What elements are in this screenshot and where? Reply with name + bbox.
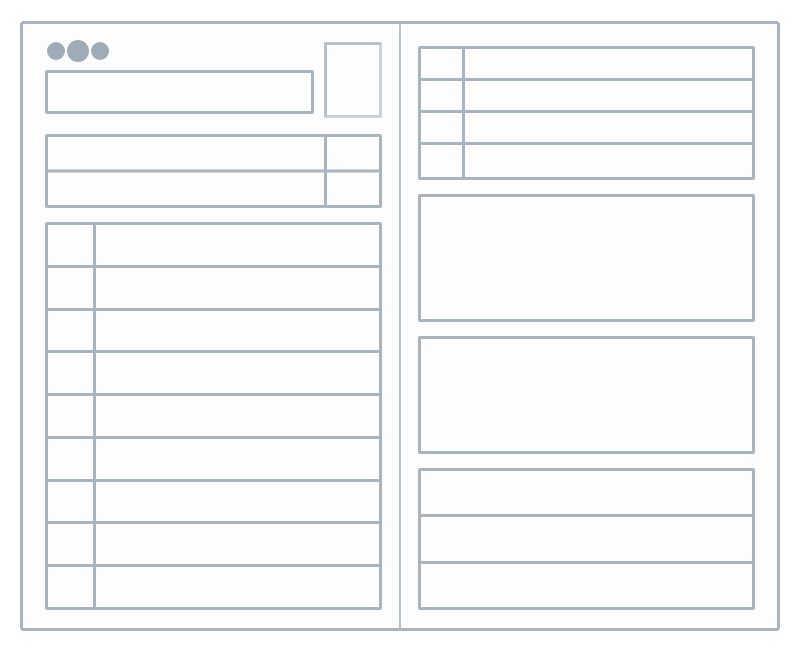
table-row xyxy=(421,564,752,607)
table-row xyxy=(421,471,752,517)
page-spine xyxy=(399,24,401,628)
table-row xyxy=(48,524,379,567)
header-row xyxy=(45,42,382,120)
table-cell xyxy=(48,396,96,436)
table-cell xyxy=(421,81,465,110)
table-cell xyxy=(96,268,379,308)
table-row xyxy=(421,517,752,563)
table-cell xyxy=(96,567,379,607)
table-row xyxy=(421,113,752,145)
table-cell xyxy=(48,567,96,607)
title-glyph xyxy=(91,42,109,60)
table-row xyxy=(48,225,379,268)
table-cell xyxy=(421,145,465,177)
table-row xyxy=(421,81,752,113)
requests-table xyxy=(418,468,755,610)
table-cell xyxy=(48,353,96,393)
title-glyph xyxy=(47,42,65,60)
appeal-block xyxy=(418,336,755,454)
table-row xyxy=(48,311,379,354)
table-cell xyxy=(96,482,379,522)
history-table xyxy=(45,222,382,610)
table-cell xyxy=(96,353,379,393)
table-row xyxy=(48,396,379,439)
motivation-block xyxy=(418,194,755,322)
table-cell xyxy=(96,225,379,265)
right-page xyxy=(400,24,777,628)
table-row xyxy=(421,145,752,177)
table-cell xyxy=(48,268,96,308)
title-area xyxy=(45,42,324,114)
personal-info-block xyxy=(45,134,382,208)
table-cell xyxy=(96,311,379,351)
qualifications-table xyxy=(418,46,755,180)
table-cell xyxy=(48,482,96,522)
title-glyph xyxy=(67,40,89,62)
table-cell xyxy=(48,439,96,479)
table-cell xyxy=(421,113,465,142)
table-cell xyxy=(96,396,379,436)
table-row xyxy=(48,268,379,311)
table-row xyxy=(421,49,752,81)
table-cell xyxy=(48,311,96,351)
table-row xyxy=(48,567,379,607)
table-row xyxy=(48,439,379,482)
photo-placeholder xyxy=(324,42,382,118)
document-title xyxy=(45,42,324,62)
resume-document xyxy=(20,21,780,631)
table-cell xyxy=(48,524,96,564)
table-cell xyxy=(96,439,379,479)
table-row xyxy=(48,482,379,525)
name-field xyxy=(45,70,314,114)
table-cell xyxy=(421,49,465,78)
left-page xyxy=(23,24,400,628)
table-cell xyxy=(48,225,96,265)
table-row xyxy=(48,353,379,396)
table-cell xyxy=(96,524,379,564)
